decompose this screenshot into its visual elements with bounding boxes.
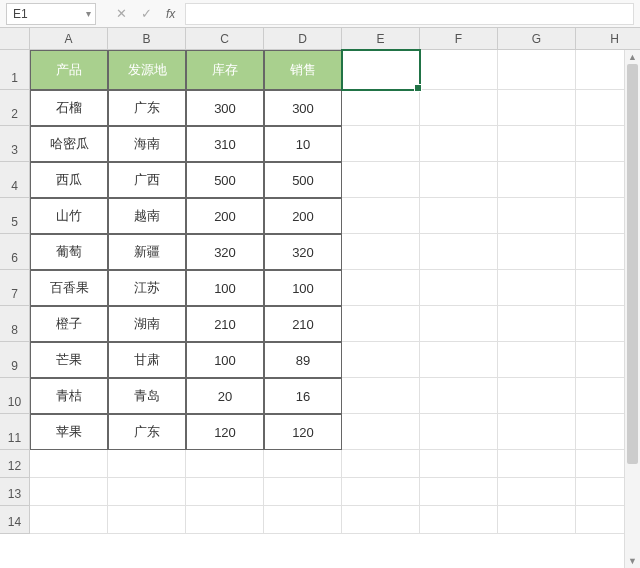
cell-C12[interactable]: [186, 450, 264, 478]
table-cell-9-3[interactable]: 120: [264, 414, 342, 450]
cell-E3[interactable]: [342, 126, 420, 162]
cell-G7[interactable]: [498, 270, 576, 306]
cell-F14[interactable]: [420, 506, 498, 534]
cell-G3[interactable]: [498, 126, 576, 162]
cell-C14[interactable]: [186, 506, 264, 534]
row-header-1[interactable]: 1: [0, 50, 30, 90]
col-header-H[interactable]: H: [576, 28, 640, 50]
cell-B12[interactable]: [108, 450, 186, 478]
cell-F11[interactable]: [420, 414, 498, 450]
table-cell-6-1[interactable]: 湖南: [108, 306, 186, 342]
cell-F13[interactable]: [420, 478, 498, 506]
cell-D12[interactable]: [264, 450, 342, 478]
table-cell-4-2[interactable]: 320: [186, 234, 264, 270]
select-all-corner[interactable]: [0, 28, 30, 50]
cell-E10[interactable]: [342, 378, 420, 414]
formula-input[interactable]: [185, 3, 634, 25]
table-cell-7-3[interactable]: 89: [264, 342, 342, 378]
row-header-11[interactable]: 11: [0, 414, 30, 450]
cell-G11[interactable]: [498, 414, 576, 450]
cell-G5[interactable]: [498, 198, 576, 234]
cell-E2[interactable]: [342, 90, 420, 126]
table-cell-0-3[interactable]: 300: [264, 90, 342, 126]
cell-F12[interactable]: [420, 450, 498, 478]
table-cell-0-0[interactable]: 石榴: [30, 90, 108, 126]
table-cell-6-3[interactable]: 210: [264, 306, 342, 342]
table-cell-1-3[interactable]: 10: [264, 126, 342, 162]
cell-F8[interactable]: [420, 306, 498, 342]
table-cell-7-1[interactable]: 甘肃: [108, 342, 186, 378]
table-cell-9-2[interactable]: 120: [186, 414, 264, 450]
table-cell-5-1[interactable]: 江苏: [108, 270, 186, 306]
row-header-4[interactable]: 4: [0, 162, 30, 198]
table-cell-5-2[interactable]: 100: [186, 270, 264, 306]
table-cell-7-0[interactable]: 芒果: [30, 342, 108, 378]
vertical-scrollbar[interactable]: ▲ ▼: [624, 50, 640, 568]
table-cell-8-0[interactable]: 青桔: [30, 378, 108, 414]
col-header-B[interactable]: B: [108, 28, 186, 50]
col-header-A[interactable]: A: [30, 28, 108, 50]
col-header-E[interactable]: E: [342, 28, 420, 50]
table-cell-2-0[interactable]: 西瓜: [30, 162, 108, 198]
table-cell-6-2[interactable]: 210: [186, 306, 264, 342]
cell-F9[interactable]: [420, 342, 498, 378]
table-cell-3-3[interactable]: 200: [264, 198, 342, 234]
cell-D13[interactable]: [264, 478, 342, 506]
cell-C13[interactable]: [186, 478, 264, 506]
cell-B13[interactable]: [108, 478, 186, 506]
table-cell-3-2[interactable]: 200: [186, 198, 264, 234]
table-cell-3-1[interactable]: 越南: [108, 198, 186, 234]
cell-E13[interactable]: [342, 478, 420, 506]
cell-G6[interactable]: [498, 234, 576, 270]
col-header-D[interactable]: D: [264, 28, 342, 50]
cell-F7[interactable]: [420, 270, 498, 306]
cell-G12[interactable]: [498, 450, 576, 478]
cell-E1[interactable]: [342, 50, 420, 90]
cell-F3[interactable]: [420, 126, 498, 162]
table-cell-4-1[interactable]: 新疆: [108, 234, 186, 270]
cell-G10[interactable]: [498, 378, 576, 414]
cell-E12[interactable]: [342, 450, 420, 478]
row-header-14[interactable]: 14: [0, 506, 30, 534]
col-header-G[interactable]: G: [498, 28, 576, 50]
table-cell-3-0[interactable]: 山竹: [30, 198, 108, 234]
cell-E6[interactable]: [342, 234, 420, 270]
table-cell-6-0[interactable]: 橙子: [30, 306, 108, 342]
col-header-C[interactable]: C: [186, 28, 264, 50]
row-header-3[interactable]: 3: [0, 126, 30, 162]
table-cell-8-1[interactable]: 青岛: [108, 378, 186, 414]
row-header-13[interactable]: 13: [0, 478, 30, 506]
confirm-icon[interactable]: ✓: [141, 6, 152, 21]
cell-D14[interactable]: [264, 506, 342, 534]
row-header-6[interactable]: 6: [0, 234, 30, 270]
row-header-2[interactable]: 2: [0, 90, 30, 126]
table-cell-1-0[interactable]: 哈密瓜: [30, 126, 108, 162]
scroll-up-arrow-icon[interactable]: ▲: [625, 50, 640, 64]
row-header-10[interactable]: 10: [0, 378, 30, 414]
row-header-7[interactable]: 7: [0, 270, 30, 306]
cell-G13[interactable]: [498, 478, 576, 506]
name-box[interactable]: E1 ▾: [6, 3, 96, 25]
col-header-F[interactable]: F: [420, 28, 498, 50]
table-cell-1-1[interactable]: 海南: [108, 126, 186, 162]
name-box-dropdown-icon[interactable]: ▾: [86, 8, 91, 19]
row-header-8[interactable]: 8: [0, 306, 30, 342]
row-header-9[interactable]: 9: [0, 342, 30, 378]
cell-E9[interactable]: [342, 342, 420, 378]
table-cell-9-1[interactable]: 广东: [108, 414, 186, 450]
scroll-thumb[interactable]: [627, 64, 638, 464]
table-header-2[interactable]: 库存: [186, 50, 264, 90]
cancel-icon[interactable]: ✕: [116, 6, 127, 21]
cell-E8[interactable]: [342, 306, 420, 342]
row-header-5[interactable]: 5: [0, 198, 30, 234]
cell-E4[interactable]: [342, 162, 420, 198]
table-cell-0-2[interactable]: 300: [186, 90, 264, 126]
cell-F5[interactable]: [420, 198, 498, 234]
table-cell-9-0[interactable]: 苹果: [30, 414, 108, 450]
table-cell-5-3[interactable]: 100: [264, 270, 342, 306]
cell-E11[interactable]: [342, 414, 420, 450]
table-cell-8-2[interactable]: 20: [186, 378, 264, 414]
table-cell-2-2[interactable]: 500: [186, 162, 264, 198]
cell-A14[interactable]: [30, 506, 108, 534]
fx-icon[interactable]: fx: [166, 7, 175, 21]
